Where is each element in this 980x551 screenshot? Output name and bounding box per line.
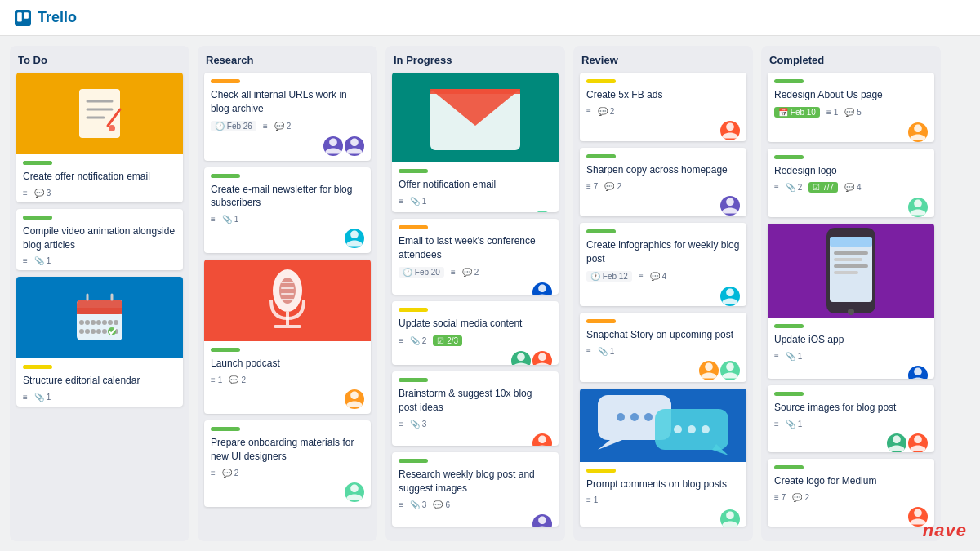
svg-point-23 xyxy=(91,329,96,334)
card-footer xyxy=(399,282,552,295)
meta-lines-default: ≡ xyxy=(399,420,403,429)
card-meta: ≡7💬2 xyxy=(586,182,740,191)
card-label xyxy=(586,154,616,158)
card-label xyxy=(774,392,804,396)
card[interactable]: Update social media content≡📎2☑ 2/3 xyxy=(392,301,559,365)
card[interactable]: Create logo for Medium≡7💬2 xyxy=(768,459,934,527)
svg-rect-53 xyxy=(834,251,868,255)
svg-rect-55 xyxy=(834,264,868,268)
card-body: Redesign logo≡📎2☑ 7/7💬4 xyxy=(768,149,934,218)
avatar-group xyxy=(908,366,928,379)
column-title-review: Review xyxy=(580,54,746,66)
meta-comments: 💬4 xyxy=(844,183,862,192)
meta-comments: 💬2 xyxy=(604,182,621,191)
meta-attachments: 📎1 xyxy=(598,347,615,356)
avatar xyxy=(345,482,364,502)
meta-comments: 💬2 xyxy=(598,107,615,116)
trello-logo-icon xyxy=(13,10,33,26)
card-image xyxy=(392,73,559,162)
card-image xyxy=(580,389,746,462)
avatar-group xyxy=(699,361,740,380)
card[interactable]: Update iOS app≡📎1 xyxy=(768,224,934,379)
card-title: Create logo for Medium xyxy=(774,474,928,488)
meta-attachments: 📎1 xyxy=(786,352,803,361)
meta-attachments: 📎2 xyxy=(786,183,803,192)
column-review: ReviewCreate 5x FB ads≡💬2Sharpen copy ac… xyxy=(573,46,753,541)
card-label xyxy=(211,348,240,352)
card-label xyxy=(586,229,616,233)
card[interactable]: Create e-mail newsletter for blog subscr… xyxy=(204,167,371,254)
avatar-group xyxy=(532,282,552,295)
card[interactable]: Structure editorial calendar≡📎1 xyxy=(16,277,183,407)
avatar xyxy=(720,121,740,140)
meta-comments: 💬4 xyxy=(650,272,667,281)
avatar xyxy=(908,366,928,379)
svg-rect-11 xyxy=(77,308,122,314)
meta-comments: 💬5 xyxy=(844,108,862,117)
card[interactable]: Email to last week's conference attendee… xyxy=(392,219,559,295)
card-title: Source images for blog post xyxy=(774,401,928,415)
card-footer xyxy=(586,287,740,306)
card[interactable]: Create offer notification email≡💬3 xyxy=(16,73,183,202)
svg-point-16 xyxy=(91,320,96,325)
card-label xyxy=(399,378,428,382)
meta-comments: 💬6 xyxy=(433,500,450,509)
card-title: Snapchat Story on upcoming post xyxy=(586,328,740,342)
avatar-group xyxy=(720,509,740,527)
card[interactable]: Launch podcast≡1💬2 xyxy=(204,260,371,414)
column-research: ResearchCheck all internal URLs work in … xyxy=(198,46,377,541)
card-meta: 🕐 Feb 26≡💬2 xyxy=(211,121,364,131)
nave-logo: nave xyxy=(923,520,967,541)
svg-rect-52 xyxy=(830,237,872,247)
card-image xyxy=(768,224,934,318)
card-footer xyxy=(211,389,364,409)
svg-point-47 xyxy=(674,425,682,433)
card[interactable]: Create infographics for weekly blog post… xyxy=(580,223,746,306)
card-label xyxy=(399,308,428,312)
avatar xyxy=(532,211,552,212)
avatar xyxy=(532,514,552,527)
svg-point-45 xyxy=(630,413,639,421)
card[interactable]: Create 5x FB ads≡💬2 xyxy=(580,73,746,141)
meta-lines: ≡7 xyxy=(774,493,786,502)
card-body: Create logo for Medium≡7💬2 xyxy=(768,459,934,527)
card-title: Offer notification email xyxy=(399,178,552,192)
card-meta: ≡💬2 xyxy=(211,469,364,478)
card-body: Prompt comments on blog posts≡1 xyxy=(580,462,746,527)
meta-comments: 💬2 xyxy=(462,268,479,277)
card-label xyxy=(23,216,52,220)
card[interactable]: Sharpen copy across homepage≡7💬2 xyxy=(580,148,746,216)
card[interactable]: Offer notification email≡📎1 xyxy=(392,73,559,212)
feb-badge: 📅 Feb 10 xyxy=(774,107,820,118)
card[interactable]: Redesign logo≡📎2☑ 7/7💬4 xyxy=(768,149,934,218)
card-body: Create offer notification email≡💬3 xyxy=(16,154,183,202)
card-footer xyxy=(774,122,928,142)
meta-lines: ≡1 xyxy=(826,108,838,117)
card[interactable]: Research weekly blog post and suggest im… xyxy=(392,452,559,527)
card-title: Prompt comments on blog posts xyxy=(586,478,740,491)
avatar-group xyxy=(345,389,364,409)
avatar-group xyxy=(323,136,364,156)
card[interactable]: Brainstorm & suggest 10x blog post ideas… xyxy=(392,371,559,446)
card-footer xyxy=(399,211,552,212)
card-label xyxy=(586,319,616,323)
card-footer xyxy=(399,514,552,527)
svg-point-20 xyxy=(114,320,118,325)
card-title: Email to last week's conference attendee… xyxy=(399,234,552,262)
avatar xyxy=(887,433,906,453)
card-label xyxy=(774,324,804,328)
meta-lines-default: ≡ xyxy=(399,336,403,345)
card[interactable]: Prompt comments on blog posts≡1 xyxy=(580,389,746,527)
card-meta: ≡📎2☑ 2/3 xyxy=(399,335,552,346)
checklist-badge: ☑ 2/3 xyxy=(433,335,462,346)
card[interactable]: Snapchat Story on upcoming post≡📎1 xyxy=(580,313,746,381)
card[interactable]: Compile video animation alongside blog a… xyxy=(16,209,183,271)
meta-attachments: 📎3 xyxy=(410,420,427,429)
card[interactable]: Prepare onboarding materials for new UI … xyxy=(204,420,371,507)
card[interactable]: Redesign About Us page📅 Feb 10≡1💬5 xyxy=(768,73,934,142)
card-meta: ≡📎1 xyxy=(774,352,928,361)
card[interactable]: Check all internal URLs work in blog arc… xyxy=(204,73,371,161)
avatar-group xyxy=(345,229,364,248)
card[interactable]: Source images for blog post≡📎1 xyxy=(768,385,934,453)
card-label xyxy=(586,469,616,473)
